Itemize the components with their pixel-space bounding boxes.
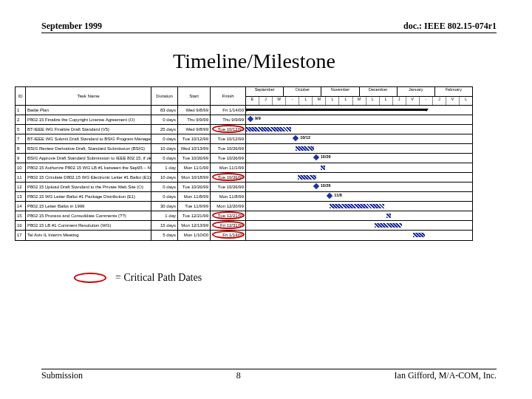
task-bar — [375, 223, 402, 228]
cell-chart — [246, 231, 472, 240]
milestone-label: 10/12 — [300, 136, 310, 140]
month-cell: October — [284, 87, 321, 96]
gantt-row: 1Battle Plan83 daysWed 9/8/99Fri 1/14/00 — [16, 106, 472, 115]
cell-chart: 9/9 — [246, 115, 472, 124]
gantt-row: 17Tel Aviv IL Interim Meeting5 daysMon 1… — [16, 231, 472, 240]
legend: = Critical Path Dates — [74, 272, 497, 284]
milestone-label: 11/8 — [334, 194, 342, 198]
legend-oval-icon — [74, 273, 106, 283]
week-cell: L — [460, 97, 472, 106]
gantt-row: 13P802.15 WG Letter Ballot #1 Package Di… — [16, 192, 472, 202]
cell-name: P802.15 Authorize P802.15 WG LB #1 betwe… — [26, 163, 151, 172]
task-bar — [321, 166, 325, 170]
cell-id: 8 — [16, 144, 26, 153]
col-header-duration: Duration — [151, 87, 178, 105]
task-bar — [296, 146, 313, 151]
cell-id: 9 — [16, 154, 26, 163]
cell-finish: Mon 11/1/99 — [211, 163, 246, 172]
week-cell: W — [273, 97, 286, 106]
cell-name: BSIG Review Derivative Draft, Standard S… — [26, 144, 151, 153]
cell-duration: 5 days — [151, 231, 178, 240]
task-bar — [246, 127, 291, 132]
month-cell: December — [360, 87, 398, 96]
footer: Submission 8 Ian Gifford, M/A-COM, Inc. — [41, 369, 497, 381]
cell-start: Tue 10/26/99 — [178, 183, 211, 191]
gantt-row: 10P802.15 Authorize P802.15 WG LB #1 bet… — [16, 163, 472, 173]
cell-name: BT-IEEE WG Submit Draft Standard to BSIG… — [26, 134, 151, 143]
cell-name: P802.15 Finalize the Copyright License A… — [26, 115, 151, 124]
gantt-row: 14P802.15 Letter Ballot in 199930 daysTu… — [16, 202, 472, 211]
gantt-chart: ID Task Name Duration Start Finish Septe… — [15, 86, 473, 241]
cell-id: 11 — [16, 173, 26, 182]
critical-circle-icon — [212, 221, 245, 229]
cell-finish: Tue 10/26/99 — [211, 144, 246, 153]
cell-chart: 10/26 — [246, 154, 472, 163]
cell-start: Tue 10/26/99 — [178, 154, 211, 163]
cell-name: Battle Plan — [26, 106, 151, 115]
col-header-timeline: SeptemberOctoberNovemberDecemberJanuaryF… — [246, 87, 472, 105]
cell-finish: Mon 12/20/99 — [211, 202, 246, 211]
milestone-label: 9/9 — [255, 117, 261, 121]
header-doc: doc.: IEEE 802.15-074r1 — [403, 21, 497, 32]
milestone-label: 10/26 — [321, 155, 331, 160]
cell-start: Thu 9/9/99 — [178, 115, 211, 124]
col-header-name: Task Name — [26, 87, 151, 105]
cell-name: BT-IEEE WG Finalize Draft Standard (V5) — [26, 125, 151, 134]
cell-finish: Tue 10/12/99 — [211, 134, 246, 143]
month-cell: November — [321, 87, 359, 96]
cell-name: BSIG Approve Draft Standard Submission t… — [26, 154, 151, 163]
col-header-finish: Finish — [211, 87, 246, 105]
critical-circle-icon — [212, 211, 245, 219]
cell-duration: 83 days — [151, 106, 178, 115]
cell-duration: 0 days — [151, 183, 178, 191]
cell-chart — [246, 106, 472, 115]
critical-circle-icon — [212, 173, 245, 181]
week-cell: V — [406, 97, 420, 106]
cell-start: Mon 11/8/99 — [178, 192, 211, 201]
cell-name: P802.15 LB #1 Comment Resolution (WG) — [26, 221, 151, 230]
week-cell: E — [246, 97, 259, 106]
cell-name: P802.15 Letter Ballot in 1999 — [26, 202, 151, 211]
cell-start: Mon 1/10/00 — [178, 231, 211, 240]
week-cell: J — [259, 97, 273, 106]
task-bar — [386, 214, 391, 218]
cell-chart — [246, 221, 472, 230]
critical-circle-icon — [212, 125, 245, 133]
cell-id: 15 — [16, 211, 26, 220]
task-bar — [413, 233, 424, 237]
cell-id: 7 — [16, 134, 26, 143]
cell-duration: 30 days — [151, 202, 178, 211]
cell-id: 14 — [16, 202, 26, 211]
cell-chart: 10/26 — [246, 183, 472, 191]
cell-finish: Tue 10/12/99 — [211, 125, 246, 134]
task-bar — [330, 204, 383, 208]
gantt-row: 15P802.15 Process and Consolidate Commen… — [16, 211, 472, 221]
gantt-row: 16P802.15 LB #1 Comment Resolution (WG)1… — [16, 221, 472, 231]
week-cell: V — [446, 97, 460, 106]
cell-finish: Mon 11/8/99 — [211, 192, 246, 201]
cell-id: 5 — [16, 125, 26, 134]
cell-name: P802.15 WG Letter Ballot #1 Package Dist… — [26, 192, 151, 201]
month-cell: February — [435, 87, 472, 96]
week-cell: - — [286, 97, 299, 106]
week-cell: M — [353, 97, 366, 106]
cell-finish: Fri 12/31/99 — [211, 221, 246, 230]
cell-chart — [246, 144, 472, 153]
month-cell: January — [398, 87, 435, 96]
week-cell: J — [433, 97, 446, 106]
gantt-row: 5BT-IEEE WG Finalize Draft Standard (V5)… — [16, 125, 472, 134]
cell-duration: 25 days — [151, 125, 178, 134]
cell-id: 13 — [16, 192, 26, 201]
cell-duration: 0 days — [151, 154, 178, 163]
footer-right: Ian Gifford, M/A-COM, Inc. — [395, 370, 497, 381]
milestone-label: 10/26 — [321, 184, 331, 188]
page-title: Timeline/Milestone — [12, 50, 497, 73]
cell-chart: 10/12 — [246, 134, 472, 143]
cell-start: Mon 12/13/99 — [178, 221, 211, 230]
cell-name: P802.15 Circulate D802.15 WG Electronic … — [26, 173, 151, 182]
cell-duration: 15 days — [151, 221, 178, 230]
cell-name: P802.15 Upload Draft Standard to the Pri… — [26, 183, 151, 191]
cell-id: 10 — [16, 163, 26, 172]
cell-start: Mon 10/18/99 — [178, 173, 211, 182]
cell-start: Mon 11/1/99 — [178, 163, 211, 172]
